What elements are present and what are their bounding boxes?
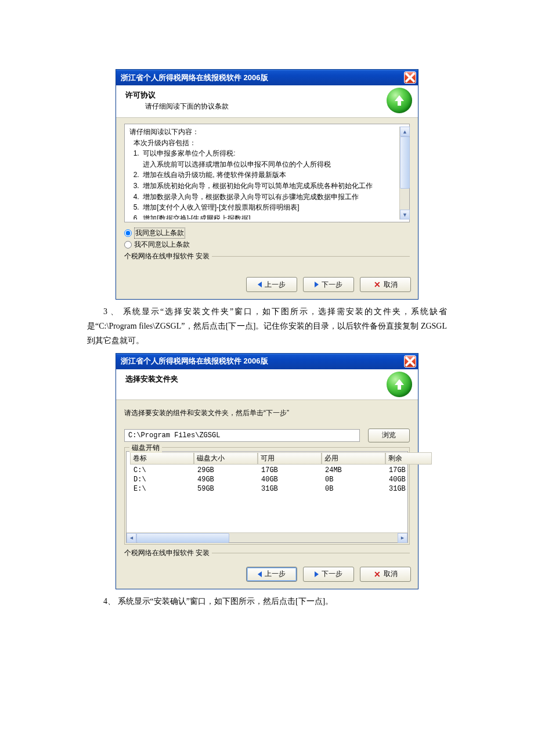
dialog-content: 请选择要安装的组件和安装文件夹，然后单击“下一步” C:\Program Fil… xyxy=(116,400,418,563)
installer-dialog-select-folder: 浙江省个人所得税网络在线报税软件 2006版 选择安装文件夹 请选择要安装的组件… xyxy=(116,353,418,589)
close-icon[interactable] xyxy=(404,71,416,84)
up-arrow-icon xyxy=(387,88,412,113)
disk-cell: 0B xyxy=(322,476,385,484)
scroll-down-icon[interactable]: ▼ xyxy=(400,210,410,219)
close-icon[interactable] xyxy=(404,355,416,368)
radio-disagree[interactable]: 我不同意以上条款 xyxy=(124,239,410,250)
radio-disagree-input[interactable] xyxy=(124,241,132,249)
up-arrow-icon xyxy=(387,372,412,397)
titlebar: 浙江省个人所得税网络在线报税软件 2006版 xyxy=(116,354,418,369)
cancel-button-label: 取消 xyxy=(384,280,398,290)
separator: 个税网络在线申报软件 安装 xyxy=(124,553,410,563)
license-textbox[interactable]: 请仔细阅读以下内容： 本次升级内容包括： 1. 可以申报多家单位个人所得税: 进… xyxy=(124,124,410,222)
instruction-text: 请选择要安装的组件和安装文件夹，然后单击“下一步” xyxy=(124,408,410,418)
next-button[interactable]: 下一步 xyxy=(303,567,354,582)
scroll-thumb-h[interactable] xyxy=(136,533,229,543)
arrow-left-icon xyxy=(258,282,262,287)
install-path-row: C:\Program Files\ZGSGL 浏览 xyxy=(124,429,410,442)
cancel-button[interactable]: ✕ 取消 xyxy=(360,567,411,582)
cancel-button[interactable]: ✕ 取消 xyxy=(360,277,411,292)
installer-name-legend: 个税网络在线申报软件 安装 xyxy=(124,251,212,261)
disk-cell: 17GB xyxy=(385,466,432,474)
disk-cell: E:\ xyxy=(130,485,194,493)
arrow-right-icon xyxy=(315,282,319,287)
button-row: 上一步 下一步 ✕ 取消 xyxy=(116,563,418,589)
dialog-header: 选择安装文件夹 xyxy=(116,369,418,400)
disk-cell: C:\ xyxy=(130,466,194,474)
license-line: 3. 增加系统初始化向导，根据初始化向导可以简单地完成系统各种初始化工作 xyxy=(129,181,399,192)
scroll-right-icon[interactable]: ▶ xyxy=(398,533,407,543)
prev-button-label: 上一步 xyxy=(265,280,286,290)
disk-cell: 59GB xyxy=(194,485,258,493)
install-path-value: C:\Program Files\ZGSGL xyxy=(128,431,220,440)
screenshot-license: 浙江省个人所得税网络在线报税软件 2006版 许可协议 请仔细阅读下面的协议条款… xyxy=(87,69,447,300)
disk-cell: 0B xyxy=(322,485,385,493)
disk-row[interactable]: D:\49GB40GB0B40GB xyxy=(127,475,407,484)
install-path-input[interactable]: C:\Program Files\ZGSGL xyxy=(124,429,360,442)
disk-cell: 31GB xyxy=(258,485,322,493)
next-button-label: 下一步 xyxy=(322,569,342,579)
disk-cell: 49GB xyxy=(194,476,258,484)
license-line: 进入系统前可以选择或增加单位以申报不同单位的个人所得税 xyxy=(129,159,399,170)
disk-cell: 17GB xyxy=(258,466,322,474)
header-title: 许可协议 xyxy=(125,90,409,100)
disk-cell: 31GB xyxy=(385,485,432,493)
col-remain[interactable]: 剩余 xyxy=(385,452,432,465)
radio-agree-input[interactable] xyxy=(124,229,132,237)
license-line: 2. 增加在线自动升级功能, 将使软件保持最新版本 xyxy=(129,170,399,181)
paragraph-step-4: 4、 系统显示“安装确认”窗口，如下图所示，然后点击[下一点]。 xyxy=(87,594,447,609)
prev-button-label: 上一步 xyxy=(265,569,286,579)
titlebar: 浙江省个人所得税网络在线报税软件 2006版 xyxy=(116,70,418,85)
disk-row[interactable]: C:\29GB17GB24MB17GB xyxy=(127,466,407,475)
col-size[interactable]: 磁盘大小 xyxy=(194,452,258,465)
prev-button[interactable]: 上一步 xyxy=(246,567,297,582)
disk-grid: 卷标 磁盘大小 可用 必用 剩余 C:\29GB17GB24MB17GBD:\4… xyxy=(126,451,408,543)
col-volume[interactable]: 卷标 xyxy=(130,452,194,465)
disk-grid-body: C:\29GB17GB24MB17GBD:\49GB40GB0B40GBE:\5… xyxy=(127,465,407,532)
header-title: 选择安装文件夹 xyxy=(125,374,409,384)
x-icon: ✕ xyxy=(374,570,381,578)
disk-cell: 24MB xyxy=(322,466,385,474)
license-line: 本次升级内容包括： xyxy=(129,138,399,149)
dialog-header: 许可协议 请仔细阅读下面的协议条款 xyxy=(116,85,418,118)
scroll-thumb[interactable] xyxy=(400,136,410,189)
license-line: 请仔细阅读以下内容： xyxy=(129,127,399,138)
document-page: 浙江省个人所得税网络在线报税软件 2006版 许可协议 请仔细阅读下面的协议条款… xyxy=(0,0,534,642)
disk-cost-group: 磁盘开销 卷标 磁盘大小 可用 必用 剩余 C:\29GB17GB24MB17G… xyxy=(124,447,410,545)
col-need[interactable]: 必用 xyxy=(322,452,385,465)
window-title: 浙江省个人所得税网络在线报税软件 2006版 xyxy=(121,73,404,83)
header-subtitle: 请仔细阅读下面的协议条款 xyxy=(125,102,409,111)
browse-button-label: 浏览 xyxy=(382,430,396,440)
disk-grid-header: 卷标 磁盘大小 可用 必用 剩余 xyxy=(127,452,407,465)
window-title: 浙江省个人所得税网络在线报税软件 2006版 xyxy=(121,356,404,366)
license-line: 4. 增加数据录入向导，根据数据录入向导可以有步骤地完成数据申报工作 xyxy=(129,192,399,203)
disk-cell: D:\ xyxy=(130,476,194,484)
paragraph-step-3: 3 、 系统显示“选择安装文件夹”窗口，如下图所示，选择需安装的文件夹，系统缺省… xyxy=(87,304,447,348)
disk-cell: 40GB xyxy=(385,476,432,484)
cancel-button-label: 取消 xyxy=(384,569,398,579)
scrollbar-horizontal[interactable]: ◀ ▶ xyxy=(127,532,407,542)
arrow-right-icon xyxy=(315,571,319,577)
prev-button[interactable]: 上一步 xyxy=(246,277,297,292)
col-avail[interactable]: 可用 xyxy=(258,452,322,465)
disk-cell: 40GB xyxy=(258,476,322,484)
next-button[interactable]: 下一步 xyxy=(303,277,354,292)
license-line: 1. 可以申报多家单位个人所得税: xyxy=(129,148,399,159)
radio-disagree-label: 我不同意以上条款 xyxy=(134,240,190,250)
license-line: 5. 增加[支付个人收入管理]-[支付股票期权所得明细表] xyxy=(129,202,399,213)
radio-agree[interactable]: 我同意以上条款 xyxy=(124,227,410,239)
disk-cost-legend: 磁盘开销 xyxy=(129,443,162,453)
license-line: 6. 增加[数据交换]-[生成网税上报数据] xyxy=(129,213,399,219)
arrow-left-icon xyxy=(258,571,262,577)
scrollbar-vertical[interactable]: ▲ ▼ xyxy=(399,127,409,219)
browse-button[interactable]: 浏览 xyxy=(368,429,410,442)
scroll-left-icon[interactable]: ◀ xyxy=(127,533,136,543)
disk-row[interactable]: E:\59GB31GB0B31GB xyxy=(127,484,407,494)
button-row: 上一步 下一步 ✕ 取消 xyxy=(116,273,418,299)
radio-agree-label: 我同意以上条款 xyxy=(134,228,185,239)
separator: 个税网络在线申报软件 安装 xyxy=(124,256,410,267)
disk-cell: 29GB xyxy=(194,466,258,474)
dialog-content: 请仔细阅读以下内容： 本次升级内容包括： 1. 可以申报多家单位个人所得税: 进… xyxy=(116,118,418,273)
screenshot-select-folder: 浙江省个人所得税网络在线报税软件 2006版 选择安装文件夹 请选择要安装的组件… xyxy=(87,353,447,589)
scroll-up-icon[interactable]: ▲ xyxy=(400,127,410,136)
